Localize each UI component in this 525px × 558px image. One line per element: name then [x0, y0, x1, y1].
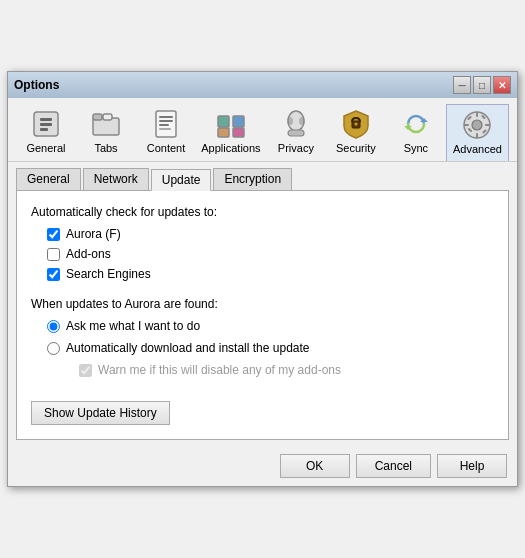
tab-general[interactable]: General	[16, 168, 81, 190]
show-history-button[interactable]: Show Update History	[31, 401, 170, 425]
search-engines-checkbox-row: Search Engines	[47, 267, 494, 281]
help-button[interactable]: Help	[437, 454, 507, 478]
ask-radio[interactable]	[47, 320, 60, 333]
toolbar: General Tabs C	[8, 98, 517, 162]
security-label: Security	[336, 142, 376, 154]
tab-update[interactable]: Update	[151, 169, 212, 191]
applications-label: Applications	[201, 142, 260, 154]
cancel-button[interactable]: Cancel	[356, 454, 431, 478]
window-controls: ─ □ ✕	[453, 76, 511, 94]
svg-rect-3	[40, 128, 48, 131]
svg-rect-8	[159, 116, 173, 118]
search-engines-label[interactable]: Search Engines	[66, 267, 151, 281]
sync-icon	[400, 108, 432, 140]
advanced-icon	[461, 109, 493, 141]
ask-label[interactable]: Ask me what I want to do	[66, 319, 200, 333]
auto-radio[interactable]	[47, 342, 60, 355]
svg-rect-27	[476, 133, 478, 138]
update-radio-group: Ask me what I want to do Automatically d…	[47, 319, 494, 377]
warn-label: Warn me if this will disable any of my a…	[98, 363, 341, 377]
svg-rect-15	[233, 128, 244, 137]
minimize-button[interactable]: ─	[453, 76, 471, 94]
addons-checkbox[interactable]	[47, 248, 60, 261]
sync-label: Sync	[404, 142, 428, 154]
toolbar-item-security[interactable]: Security	[326, 104, 386, 161]
aurora-label[interactable]: Aurora (F)	[66, 227, 121, 241]
auto-radio-row: Automatically download and install the u…	[47, 341, 494, 355]
warn-checkbox-row: Warn me if this will disable any of my a…	[79, 363, 494, 377]
aurora-checkbox[interactable]	[47, 228, 60, 241]
svg-rect-19	[288, 130, 304, 136]
toolbar-item-applications[interactable]: Applications	[196, 104, 266, 161]
svg-rect-9	[159, 120, 173, 122]
content-icon	[150, 108, 182, 140]
ask-radio-row: Ask me what I want to do	[47, 319, 494, 333]
general-icon	[30, 108, 62, 140]
svg-point-21	[354, 123, 357, 126]
auto-check-label: Automatically check for updates to:	[31, 205, 494, 219]
svg-point-17	[287, 117, 293, 125]
toolbar-item-privacy[interactable]: Privacy	[266, 104, 326, 161]
svg-rect-12	[218, 116, 229, 127]
tabs-icon	[90, 108, 122, 140]
maximize-button[interactable]: □	[473, 76, 491, 94]
options-window: Options ─ □ ✕ General	[7, 71, 518, 487]
when-found-label: When updates to Aurora are found:	[31, 297, 494, 311]
privacy-label: Privacy	[278, 142, 314, 154]
applications-icon	[215, 108, 247, 140]
privacy-icon	[280, 108, 312, 140]
window-title: Options	[14, 78, 59, 92]
search-engines-checkbox[interactable]	[47, 268, 60, 281]
toolbar-item-general[interactable]: General	[16, 104, 76, 161]
general-label: General	[26, 142, 65, 154]
svg-rect-5	[93, 114, 102, 120]
advanced-label: Advanced	[453, 143, 502, 155]
aurora-checkbox-row: Aurora (F)	[47, 227, 494, 241]
title-bar: Options ─ □ ✕	[8, 72, 517, 98]
svg-point-18	[299, 117, 305, 125]
svg-rect-14	[218, 128, 229, 137]
tabs-label: Tabs	[94, 142, 117, 154]
close-button[interactable]: ✕	[493, 76, 511, 94]
auto-label[interactable]: Automatically download and install the u…	[66, 341, 310, 355]
toolbar-item-tabs[interactable]: Tabs	[76, 104, 136, 161]
svg-rect-10	[159, 124, 169, 126]
svg-rect-6	[103, 114, 112, 120]
svg-rect-1	[40, 118, 52, 121]
auto-check-checkboxes: Aurora (F) Add-ons Search Engines	[47, 227, 494, 281]
svg-rect-11	[159, 128, 171, 130]
addons-label[interactable]: Add-ons	[66, 247, 111, 261]
security-icon	[340, 108, 372, 140]
svg-rect-26	[476, 112, 478, 117]
toolbar-item-advanced[interactable]: Advanced	[446, 104, 509, 161]
bottom-bar: OK Cancel Help	[8, 448, 517, 486]
toolbar-item-sync[interactable]: Sync	[386, 104, 446, 161]
svg-rect-28	[464, 124, 469, 126]
toolbar-item-content[interactable]: Content	[136, 104, 196, 161]
warn-checkbox[interactable]	[79, 364, 92, 377]
ok-button[interactable]: OK	[280, 454, 350, 478]
tab-network[interactable]: Network	[83, 168, 149, 190]
tab-encryption[interactable]: Encryption	[213, 168, 292, 190]
tab-bar: General Network Update Encryption	[8, 162, 517, 190]
addons-checkbox-row: Add-ons	[47, 247, 494, 261]
svg-rect-2	[40, 123, 52, 126]
content-label: Content	[147, 142, 186, 154]
content-area: Automatically check for updates to: Auro…	[16, 190, 509, 440]
svg-rect-13	[233, 116, 244, 127]
svg-point-25	[472, 120, 482, 130]
svg-rect-29	[485, 124, 490, 126]
